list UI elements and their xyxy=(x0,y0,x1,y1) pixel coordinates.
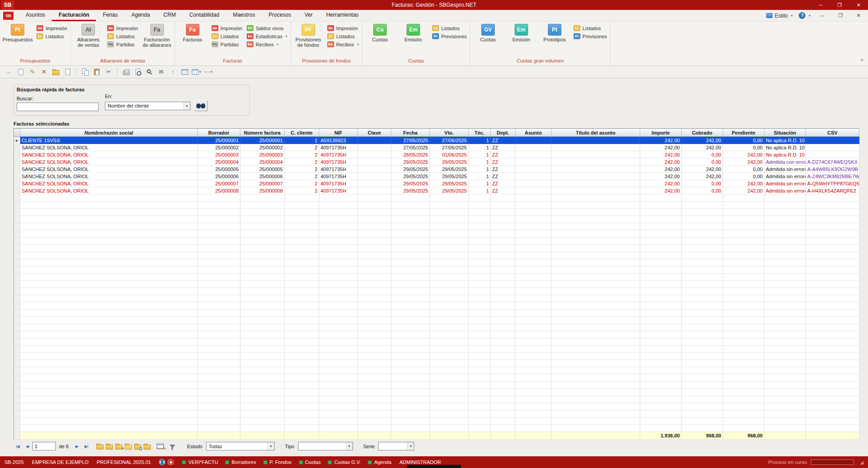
table-cell[interactable]: 25/000001 xyxy=(240,137,285,144)
table-cell[interactable]: ZZ xyxy=(491,187,515,194)
table-cell[interactable] xyxy=(552,158,640,166)
table-cell[interactable]: 2 xyxy=(285,166,319,173)
back-button[interactable]: ← xyxy=(4,67,14,77)
table-cell[interactable]: 1 xyxy=(469,173,491,180)
previsiones-button[interactable]: PrPrevisiones xyxy=(432,33,467,39)
column-header-cobrado[interactable]: Cobrado xyxy=(682,129,723,137)
table-cell[interactable]: 2 xyxy=(285,173,319,180)
listados-button[interactable]: LiListados xyxy=(574,25,607,31)
chevron-down-icon[interactable]: ▼ xyxy=(267,442,274,450)
table-cell[interactable]: 29/05/2025 xyxy=(391,173,430,180)
table-cell[interactable]: SANCHEZ SOLSONA, ORIOL xyxy=(20,144,198,151)
table-cell[interactable]: SANCHEZ SOLSONA, ORIOL xyxy=(20,166,198,173)
table-cell[interactable] xyxy=(515,173,552,180)
table-cell[interactable]: 25/000003 xyxy=(240,151,285,158)
tab-facturacion[interactable]: Facturación xyxy=(52,10,96,21)
edit-button[interactable]: ✎ xyxy=(27,67,38,77)
table-cell[interactable]: 27/05/2025 xyxy=(430,144,469,151)
table-cell[interactable]: A-Q5WHYTPP87GEQ5 xyxy=(806,180,859,187)
tab-herramientas[interactable]: Herramientas xyxy=(320,10,366,21)
table-cell[interactable]: 25/000002 xyxy=(240,144,285,151)
row-selector[interactable] xyxy=(14,151,20,158)
table-cell[interactable]: A59139923 xyxy=(319,137,358,144)
search-field-select[interactable]: Nombre del cliente ▼ xyxy=(105,102,190,110)
impresion-button[interactable]: ImImpresión xyxy=(107,25,138,31)
table-cell[interactable]: Admitida sin errores xyxy=(764,166,806,173)
app-menu-button[interactable]: SB xyxy=(3,12,14,20)
table-cell[interactable] xyxy=(358,173,391,180)
estado-select[interactable]: Todas ▼ xyxy=(206,442,275,450)
row-selector[interactable] xyxy=(14,144,20,151)
grid-layout-button[interactable]: ▾ xyxy=(191,67,202,77)
table-cell[interactable]: 29/05/2025 xyxy=(430,180,469,187)
table-cell[interactable]: 25/000008 xyxy=(198,187,240,194)
albaranes-de-ventas-button[interactable]: AlAlbaranes de ventas xyxy=(74,24,103,48)
table-cell[interactable]: 1 xyxy=(469,180,491,187)
taskbar-peek[interactable] xyxy=(407,465,461,468)
row-selector[interactable] xyxy=(14,166,20,173)
paste-button[interactable] xyxy=(91,67,102,77)
tab-contabilidad[interactable]: Contabilidad xyxy=(182,10,226,21)
table-cell[interactable]: SANCHEZ SOLSONA, ORIOL xyxy=(20,151,198,158)
folder-button-6[interactable] xyxy=(143,442,151,450)
table-row[interactable]: SANCHEZ SOLSONA, ORIOL25/00000525/000005… xyxy=(14,166,859,173)
table-cell[interactable] xyxy=(552,166,640,173)
new-document-button[interactable] xyxy=(15,67,26,77)
table-row[interactable]: SANCHEZ SOLSONA, ORIOL25/00000325/000003… xyxy=(14,151,859,158)
resize-grip[interactable]: ◢ xyxy=(858,460,863,465)
table-cell[interactable]: 0,00 xyxy=(682,187,723,194)
window-close-button[interactable]: ✕ xyxy=(849,0,868,10)
table-cell[interactable]: 25/000006 xyxy=(198,173,240,180)
table-row[interactable]: SANCHEZ SOLSONA, ORIOL25/00000625/000006… xyxy=(14,173,859,180)
table-cell[interactable] xyxy=(358,151,391,158)
table-cell[interactable]: 2 xyxy=(285,144,319,151)
table-cell[interactable]: 242,00 xyxy=(640,173,682,180)
stop-status-icon[interactable] xyxy=(167,459,174,465)
table-cell[interactable]: 29/05/2025 xyxy=(430,187,469,194)
table-cell[interactable]: 25/000007 xyxy=(240,180,285,187)
folder-button-3[interactable] xyxy=(115,442,123,450)
table-cell[interactable]: 40971735H xyxy=(319,151,358,158)
column-header-asunto[interactable]: Asunto xyxy=(515,129,552,137)
recibos-button[interactable]: ReRecibos▾ xyxy=(327,41,359,47)
table-row[interactable]: SANCHEZ SOLSONA, ORIOL25/00000825/000008… xyxy=(14,187,859,194)
table-cell[interactable]: 25/000006 xyxy=(240,173,285,180)
table-cell[interactable]: 242,00 xyxy=(723,151,764,158)
table-cell[interactable]: 242,00 xyxy=(682,137,723,144)
tipo-select[interactable]: ▼ xyxy=(298,442,353,450)
table-cell[interactable]: Admitida sin errores xyxy=(764,173,806,180)
emision-button[interactable]: EmEmisión xyxy=(399,24,428,42)
table-cell[interactable] xyxy=(358,137,391,144)
table-cell[interactable]: 2 xyxy=(285,158,319,166)
table-cell[interactable]: 242,00 xyxy=(640,144,682,151)
help-button[interactable]: ? ▾ xyxy=(799,12,810,19)
chevron-down-icon[interactable]: ▼ xyxy=(183,102,190,110)
partidas-button[interactable]: PaPartidas xyxy=(107,41,138,47)
table-cell[interactable] xyxy=(552,180,640,187)
table-row[interactable]: ▸CLIENTE 1SVSS25/00000125/0000011A591399… xyxy=(14,137,859,144)
table-cell[interactable] xyxy=(515,180,552,187)
table-cell[interactable]: 01/06/2025 xyxy=(430,151,469,158)
table-cell[interactable]: Admitida sin errores xyxy=(764,180,806,187)
table-cell[interactable]: 25/000004 xyxy=(198,158,240,166)
table-cell[interactable] xyxy=(552,173,640,180)
table-cell[interactable]: 29/05/2025 xyxy=(391,180,430,187)
folder-button-2[interactable] xyxy=(105,442,113,450)
table-cell[interactable]: 40971735H xyxy=(319,173,358,180)
search-input[interactable] xyxy=(17,103,99,111)
last-record-button[interactable]: ▶| xyxy=(82,442,90,450)
column-header-nif[interactable]: NIF xyxy=(319,129,358,137)
column-header-dept[interactable]: Dept. xyxy=(491,129,515,137)
facturacion-de-albaranes-button[interactable]: FaFacturación de albaranes xyxy=(143,24,172,48)
column-header-tec[interactable]: Téc. xyxy=(469,129,491,137)
table-cell[interactable] xyxy=(806,151,859,158)
table-cell[interactable]: 1 xyxy=(469,151,491,158)
table-cell[interactable]: 242,00 xyxy=(682,173,723,180)
table-cell[interactable]: 242,00 xyxy=(640,137,682,144)
previsones-button[interactable]: PrPrevisones xyxy=(574,33,607,39)
cut-button[interactable]: ✂ xyxy=(103,67,114,77)
column-header-csv[interactable]: CSV xyxy=(806,129,859,137)
filter-button[interactable] xyxy=(168,442,176,450)
next-record-button[interactable]: ▶ xyxy=(72,442,81,450)
collapse-ribbon-button[interactable]: ^ xyxy=(861,58,863,63)
